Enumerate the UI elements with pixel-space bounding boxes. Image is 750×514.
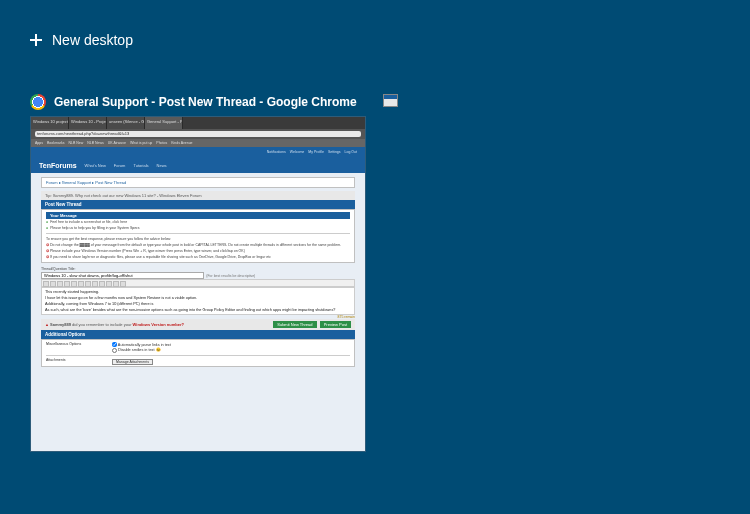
top-link[interactable]: Welcome [290,150,305,154]
top-link[interactable]: Settings [328,150,341,154]
your-message-title: Your Message [46,212,350,219]
new-desktop-label: New desktop [52,32,133,48]
bookmark[interactable]: UK Airwave [108,141,126,145]
link-icon[interactable] [64,281,70,287]
attachments-label: Attachments [46,358,106,364]
window-title: General Support - Post New Thread - Goog… [54,95,357,109]
additional-options-heading: Additional Options [41,330,355,339]
manage-attachments-button[interactable]: Manage Attachments [112,359,153,365]
nav-link[interactable]: News [157,163,167,168]
disable-smilies-checkbox[interactable] [112,348,117,353]
browser-tab[interactable]: Windows 10 - Project Manag [69,117,107,129]
align-icon[interactable] [106,281,112,287]
new-desktop-button[interactable]: New desktop [30,32,133,48]
browser-tabs: Windows 10 project manager Windows 10 - … [31,117,365,129]
top-link[interactable]: My Profile [308,150,324,154]
address-bar-row: tenforums.com/newthread.php?do=newthread… [31,129,365,139]
bookmark[interactable]: Apps [35,141,43,145]
forum-page: Forum ▸ General Support ▸ Post New Threa… [31,173,365,451]
misc-options: Miscellaneous Options Automatically pars… [41,339,355,367]
underline-icon[interactable] [57,281,63,287]
thread-title-hint: (For best results be descriptive) [206,274,255,278]
color-icon[interactable] [99,281,105,287]
thumbnail-header: General Support - Post New Thread - Goog… [30,94,366,110]
bookmark[interactable]: NLB News [87,141,104,145]
bookmark[interactable]: Photos [156,141,167,145]
nav-link[interactable]: Forum [114,163,126,168]
breadcrumb-card: Forum ▸ General Support ▸ Post New Threa… [41,177,355,188]
message-editor[interactable]: This recently started happening. I have … [41,287,355,315]
nav-link[interactable]: Tutorials [133,163,148,168]
list-icon[interactable] [78,281,84,287]
post-thread-heading: Post New Thread [41,200,355,209]
bookmark[interactable]: What is put up [130,141,152,145]
breadcrumb[interactable]: Forum ▸ General Support ▸ Post New Threa… [46,180,350,185]
code-icon[interactable] [92,281,98,287]
window-preview[interactable]: Windows 10 project manager Windows 10 - … [30,116,366,452]
editor-toolbar [41,279,355,287]
plus-icon [30,34,42,46]
browser-tab[interactable]: Windows 10 project manager [31,117,69,129]
window-thumbnail[interactable]: General Support - Post New Thread - Goog… [30,94,366,452]
bookmarks-bar: Apps Bookmarks NLB New NLB News UK Airwa… [31,139,365,147]
forum-header: TenForums What's New Forum Tutorials New… [31,157,365,173]
browser-tab[interactable]: unseen (Silence - Google S [107,117,145,129]
thread-title-input[interactable] [41,272,204,279]
undo-icon[interactable] [113,281,119,287]
bookmark[interactable]: NLB New [69,141,84,145]
bookmark[interactable]: Bookmarks [47,141,65,145]
hint-line: Please help us to help you by filling in… [46,225,350,231]
browser-tab-active[interactable]: General Support - Post New Th [145,117,183,129]
misc-label: Miscellaneous Options [46,342,106,353]
quote-icon[interactable] [85,281,91,287]
reminder-strip: ▲ Sammy889 did you remember to include y… [41,319,355,330]
address-bar[interactable]: tenforums.com/newthread.php?do=newthread… [35,131,361,137]
top-link[interactable]: Notifications [267,150,286,154]
site-logo[interactable]: TenForums [39,162,77,169]
redo-icon[interactable] [120,281,126,287]
message-guidelines: Your Message Feel free to include a scre… [41,209,355,263]
desktop-thumbnail[interactable] [383,94,398,107]
forum-topbar: Notifications Welcome My Profile Setting… [31,147,365,157]
tip-banner: Tip: Sammy889. Why not check out our new… [41,191,355,200]
nav-link[interactable]: What's New [85,163,106,168]
bookmark[interactable]: Kinds Avenue [171,141,192,145]
chrome-icon [30,94,46,110]
preview-button[interactable]: Preview Post [320,321,351,328]
top-link[interactable]: Log Out [345,150,357,154]
image-icon[interactable] [71,281,77,287]
italic-icon[interactable] [50,281,56,287]
bold-icon[interactable] [43,281,49,287]
rule-line: ⊘ If you need to share log/error or diag… [46,254,350,260]
submit-button[interactable]: Submit New Thread [273,321,316,328]
